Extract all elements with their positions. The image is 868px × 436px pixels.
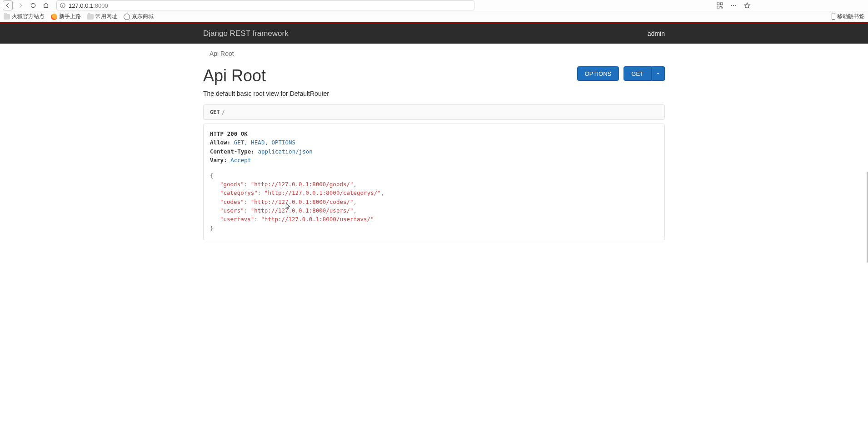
- vary-label: Vary:: [210, 157, 227, 164]
- svg-point-5: [733, 5, 734, 6]
- json-value[interactable]: "http://127.0.0.1:8000/codes/": [251, 198, 354, 205]
- mobile-bookmarks-label: 移动版书签: [837, 13, 864, 20]
- bookmark-star-icon[interactable]: [743, 2, 751, 9]
- json-colon: :: [244, 181, 251, 188]
- drf-navbar: Django REST framework admin: [0, 24, 868, 44]
- json-comma: ,: [354, 207, 357, 214]
- svg-rect-3: [717, 6, 719, 8]
- home-button[interactable]: [41, 0, 51, 10]
- bookmark-jd[interactable]: 京东商城: [124, 13, 154, 20]
- status-line: HTTP 200 OK: [210, 129, 658, 138]
- json-line: "codes": "http://127.0.0.1:8000/codes/",: [220, 198, 658, 206]
- json-colon: :: [244, 207, 251, 214]
- bookmarks-bar: 火狐官方站点 新手上路 常用网址 京东商城 移动版书签: [0, 11, 868, 22]
- svg-rect-2: [720, 3, 723, 5]
- json-line: "goods": "http://127.0.0.1:8000/goods/",: [220, 180, 658, 188]
- svg-rect-1: [717, 3, 719, 5]
- ctype-label: Content-Type:: [210, 148, 254, 155]
- json-line: "userfavs": "http://127.0.0.1:8000/userf…: [220, 215, 658, 223]
- request-path: /: [222, 109, 225, 115]
- allow-value: GET, HEAD, OPTIONS: [234, 139, 295, 146]
- json-colon: :: [258, 189, 264, 196]
- svg-point-4: [731, 5, 732, 6]
- firefox-icon: [51, 14, 57, 20]
- json-value[interactable]: "http://127.0.0.1:8000/goods/": [251, 181, 354, 188]
- address-bar[interactable]: 127.0.0.1:8000: [56, 0, 474, 10]
- bookmark-label: 京东商城: [132, 13, 154, 20]
- json-colon: :: [254, 216, 261, 223]
- json-body: { "goods": "http://127.0.0.1:8000/goods/…: [210, 171, 658, 233]
- brace-close: }: [210, 224, 658, 233]
- json-value[interactable]: "http://127.0.0.1:8000/users/": [251, 207, 354, 214]
- json-key: "users": [220, 207, 244, 214]
- url-right-icons: [716, 2, 751, 9]
- browser-extension-icons: [814, 2, 865, 9]
- qr-icon[interactable]: [716, 2, 723, 9]
- phone-icon: [832, 14, 835, 20]
- allow-label: Allow:: [210, 139, 230, 146]
- json-value[interactable]: "http://127.0.0.1:8000/userfavs/": [261, 216, 374, 223]
- bookmark-label: 火狐官方站点: [12, 13, 45, 20]
- json-comma: ,: [354, 181, 357, 188]
- breadcrumb: Api Root: [203, 44, 665, 64]
- bookmark-getting-started[interactable]: 新手上路: [51, 13, 81, 20]
- brace-open: {: [210, 171, 658, 180]
- reload-button[interactable]: [28, 0, 38, 10]
- json-key: "categorys": [220, 189, 258, 196]
- user-menu[interactable]: admin: [648, 30, 665, 37]
- forward-button: [15, 0, 25, 10]
- breadcrumb-root[interactable]: Api Root: [210, 50, 234, 57]
- url-port: :8000: [93, 2, 108, 9]
- get-dropdown-button[interactable]: [651, 66, 665, 81]
- view-description: The default basic root view for DefaultR…: [203, 90, 665, 97]
- browser-toolbar: 127.0.0.1:8000: [0, 0, 868, 11]
- ctype-value: application/json: [258, 148, 312, 155]
- action-buttons: OPTIONS GET: [577, 66, 665, 81]
- json-line: "users": "http://127.0.0.1:8000/users/",: [220, 206, 658, 215]
- bookmark-common-sites[interactable]: 常用网址: [87, 13, 117, 20]
- json-key: "goods": [220, 181, 244, 188]
- json-comma: ,: [381, 189, 384, 196]
- url-host: 127.0.0.1: [69, 2, 93, 9]
- get-button[interactable]: GET: [624, 66, 651, 81]
- chevron-down-icon: [656, 70, 660, 77]
- response-box: HTTP 200 OK Allow: GET, HEAD, OPTIONS Co…: [203, 124, 665, 240]
- json-key: "userfavs": [220, 216, 254, 223]
- folder-icon: [4, 14, 10, 20]
- request-box: GET/: [203, 104, 665, 120]
- json-line: "categorys": "http://127.0.0.1:8000/cate…: [220, 188, 658, 197]
- globe-icon: [124, 14, 130, 20]
- svg-point-6: [735, 5, 736, 6]
- mobile-bookmarks[interactable]: 移动版书签: [832, 13, 864, 20]
- get-button-group: GET: [624, 66, 665, 81]
- bookmark-label: 常用网址: [95, 13, 117, 20]
- back-button[interactable]: [3, 0, 13, 10]
- vary-value: Accept: [230, 157, 251, 164]
- bookmark-firefox-official[interactable]: 火狐官方站点: [4, 13, 45, 20]
- json-comma: ,: [354, 198, 357, 205]
- json-colon: :: [244, 198, 251, 205]
- page-title: Api Root: [203, 66, 266, 85]
- json-key: "codes": [220, 198, 244, 205]
- options-button[interactable]: OPTIONS: [577, 66, 619, 81]
- brand-link[interactable]: Django REST framework: [203, 29, 289, 38]
- folder-icon: [87, 14, 94, 20]
- bookmark-label: 新手上路: [59, 13, 81, 20]
- request-method: GET: [210, 109, 220, 115]
- page-actions-icon[interactable]: [730, 2, 737, 9]
- json-value[interactable]: "http://127.0.0.1:8000/categorys/": [264, 189, 381, 196]
- site-info-icon[interactable]: [60, 2, 66, 9]
